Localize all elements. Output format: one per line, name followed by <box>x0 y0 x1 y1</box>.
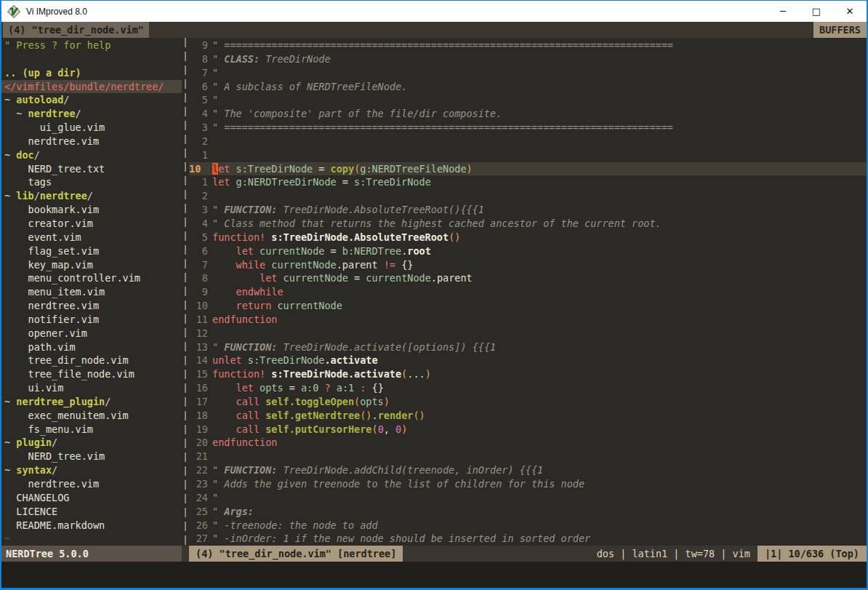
tree-item[interactable]: exec_menuitem.vim <box>1 409 182 423</box>
tree-item[interactable]: ~ nerdtree_plugin/ <box>1 395 182 409</box>
tree-item[interactable]: flag_set.vim <box>1 244 182 258</box>
code-line[interactable]: 12 <box>189 327 867 340</box>
code-line-current[interactable]: 10let s:TreeDirNode = copy(g:NERDTreeFil… <box>189 162 867 176</box>
code-line[interactable]: 5function! s:TreeDirNode.AbsoluteTreeRoo… <box>189 231 867 244</box>
buffers-tab[interactable]: BUFFERS <box>813 22 867 38</box>
code-line[interactable]: 4" Class method that returns the highest… <box>189 217 867 231</box>
code-line[interactable]: 4" The 'composite' part of the file/dir … <box>189 107 867 121</box>
tree-item[interactable]: NERD_tree.txt <box>1 162 182 176</box>
line-number: 10 <box>189 299 208 313</box>
code-line[interactable]: 7 while currentNode.parent != {} <box>189 258 867 272</box>
tree-item[interactable]: nerdtree.vim <box>1 135 182 148</box>
text-segment: self.putCursorHere <box>265 423 371 435</box>
code-line[interactable]: 9" =====================================… <box>189 39 867 52</box>
tree-item[interactable]: NERD_tree.vim <box>1 450 182 463</box>
tree-item[interactable]: path.vim <box>1 340 182 354</box>
tree-item[interactable]: ~ plugin/ <box>1 436 182 450</box>
window-split-separator[interactable] <box>182 38 189 546</box>
text-segment: = <box>348 272 366 284</box>
tree-item[interactable]: CHANGELOG <box>1 491 182 505</box>
tree-item[interactable]: .. (up a dir) <box>1 66 182 80</box>
tree-item[interactable]: tree_dir_node.vim <box>1 354 182 367</box>
maximize-button[interactable]: □ <box>800 1 833 22</box>
code-line[interactable]: 18 call self.getNerdtree().render() <box>189 409 867 423</box>
line-number: 18 <box>189 409 208 423</box>
tree-item[interactable]: ui.vim <box>1 381 182 395</box>
tree-item[interactable]: key_map.vim <box>1 258 182 272</box>
text-segment: self.getNerdtree <box>265 410 360 421</box>
text-segment: while <box>236 259 266 271</box>
code-line[interactable]: 3" FUNCTION: TreeDirNode.AbsoluteTreeRoo… <box>189 203 867 217</box>
code-line[interactable]: 26" -treenode: the node to add <box>189 519 867 533</box>
tree-item[interactable]: " Press ? for help <box>1 39 182 52</box>
code-text: " Class method that returns the highest … <box>212 217 867 231</box>
tree-item[interactable]: creator.vim <box>1 217 182 231</box>
tabline-fill <box>149 22 813 38</box>
tree-item[interactable]: event.vim <box>1 231 182 244</box>
code-line[interactable]: 13" FUNCTION: TreeDirNode.activate([opti… <box>189 340 867 354</box>
tree-item[interactable]: tree_file_node.vim <box>1 367 182 381</box>
code-line[interactable]: 15function! s:TreeDirNode.activate(...) <box>189 367 867 381</box>
code-line[interactable]: 22" FUNCTION: TreeDirNode.addChild(treen… <box>189 463 867 477</box>
text-segment: lib <box>16 190 33 202</box>
text-segment: opts <box>360 396 384 407</box>
command-line[interactable] <box>1 562 867 588</box>
code-line[interactable]: 6" A subclass of NERDTreeFileNode. <box>189 80 867 94</box>
text-segment <box>254 382 260 394</box>
tree-item[interactable]: ~ doc/ <box>1 148 182 162</box>
tree-item[interactable]: nerdtree.vim <box>1 299 182 313</box>
code-line[interactable]: 27" -inOrder: 1 if the new node should b… <box>189 532 867 546</box>
code-line[interactable]: 2 <box>189 135 867 148</box>
line-number: 8 <box>189 52 208 66</box>
tree-item[interactable]: ~ lib/nerdtree/ <box>1 189 182 203</box>
text-segment: ~ <box>4 190 16 202</box>
code-line[interactable]: 16 let opts = a:0 ? a:1 : {} <box>189 381 867 395</box>
tree-item[interactable]: ui_glue.vim <box>1 121 182 135</box>
tree-item[interactable]: ~ <box>1 532 182 546</box>
code-text: " The 'composite' part of the file/dir c… <box>212 107 867 121</box>
code-line[interactable]: 21 <box>189 450 867 463</box>
code-line[interactable]: 1 <box>189 148 867 162</box>
code-text: " -treenode: the node to add <box>212 519 867 533</box>
code-line[interactable]: 14unlet s:TreeDirNode.activate <box>189 354 867 367</box>
tree-item[interactable]: menu_item.vim <box>1 285 182 299</box>
code-line[interactable]: 1let g:NERDTreeDirNode = s:TreeDirNode <box>189 175 867 189</box>
text-segment: = <box>324 245 342 257</box>
tree-item[interactable]: ~ syntax/ <box>1 463 182 477</box>
tree-item[interactable]: fs_menu.vim <box>1 423 182 436</box>
code-line[interactable]: 25" Args: <box>189 505 867 519</box>
tree-item[interactable]: README.markdown <box>1 519 182 533</box>
tab-tree-dir-node[interactable]: (4) "tree_dir_node.vim" <box>3 22 149 38</box>
text-segment: currentNode <box>260 245 324 257</box>
code-line[interactable]: 20endfunction <box>189 436 867 450</box>
text-segment: tree_file_node.vim <box>4 368 134 380</box>
tree-item[interactable]: bookmark.vim <box>1 203 182 217</box>
code-line[interactable]: 9 endwhile <box>189 285 867 299</box>
code-line[interactable]: 11endfunction <box>189 313 867 327</box>
text-segment: 0 <box>395 423 401 435</box>
code-line[interactable]: 7" <box>189 66 867 80</box>
tree-item[interactable]: opener.vim <box>1 327 182 340</box>
tree-root-item[interactable]: </vimfiles/bundle/nerdtree/ <box>1 80 182 94</box>
close-button[interactable]: ✕ <box>833 1 867 22</box>
code-line[interactable]: 10 return currentNode <box>189 299 867 313</box>
tree-item[interactable]: LICENCE <box>1 505 182 519</box>
code-line[interactable]: 24" <box>189 491 867 505</box>
code-text <box>212 327 867 340</box>
code-line[interactable]: 17 call self.toggleOpen(opts) <box>189 395 867 409</box>
code-line[interactable]: 23" Adds the given treenode to the list … <box>189 477 867 491</box>
tree-item[interactable]: ~ autoload/ <box>1 93 182 107</box>
tree-item[interactable]: tags <box>1 175 182 189</box>
tree-item[interactable]: notifier.vim <box>1 313 182 327</box>
code-line[interactable]: 19 call self.putCursorHere(0, 0) <box>189 423 867 436</box>
tree-item[interactable]: nerdtree.vim <box>1 477 182 491</box>
code-line[interactable]: 8 let currentNode = currentNode.parent <box>189 271 867 285</box>
code-line[interactable]: 6 let currentNode = b:NERDTree.root <box>189 244 867 258</box>
code-line[interactable]: 3" =====================================… <box>189 121 867 135</box>
tree-item[interactable]: ~ nerdtree/ <box>1 107 182 121</box>
tree-item[interactable]: menu_controller.vim <box>1 271 182 285</box>
minimize-button[interactable]: ─ <box>766 1 800 22</box>
code-line[interactable]: 2 <box>189 189 867 203</box>
code-line[interactable]: 8" CLASS: TreeDirNode <box>189 52 867 66</box>
code-line[interactable]: 5" <box>189 93 867 107</box>
